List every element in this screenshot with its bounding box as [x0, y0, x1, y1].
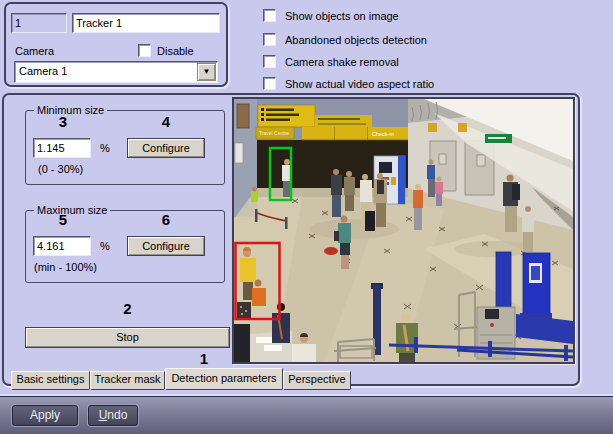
stop-button[interactable]: Stop — [25, 327, 230, 348]
detection-parameters-panel: Minimum size 3 % 4 Configure (0 - 30%) M… — [2, 93, 580, 386]
tab-tracker-mask[interactable]: Tracker mask — [90, 371, 165, 390]
abandoned-objects-label[interactable]: Abandoned objects detection — [285, 34, 427, 47]
maximum-size-group: Maximum size 5 % 6 Configure (min - 100%… — [25, 210, 225, 283]
camera-shake-checkbox[interactable] — [263, 55, 276, 68]
apply-button[interactable]: Apply — [12, 405, 78, 426]
abandoned-objects-checkbox[interactable] — [263, 33, 276, 46]
video-scene: Travel Centre Check-in — [234, 99, 573, 362]
minimum-size-group: Minimum size 3 % 4 Configure (0 - 30%) — [25, 110, 225, 185]
minimum-range-hint: (0 - 30%) — [38, 163, 83, 175]
disable-checkbox-label[interactable]: Disable — [157, 45, 194, 58]
camera-label: Camera — [15, 45, 54, 57]
undo-button[interactable]: Undo — [88, 405, 138, 426]
green-exit-sign — [485, 134, 512, 143]
maximum-size-unit: % — [100, 240, 110, 252]
minimum-size-input[interactable] — [33, 138, 91, 158]
camera-select-value: Camera 1 — [19, 65, 67, 77]
maximum-configure-button[interactable]: Configure — [127, 236, 205, 256]
camera-shake-label[interactable]: Camera shake removal — [285, 56, 399, 69]
svg-text:Travel Centre: Travel Centre — [259, 130, 289, 136]
maximum-range-hint: (min - 100%) — [34, 261, 97, 273]
tracker-settings-window: 1 Camera Disable Camera 1 ▼ Show objects… — [0, 0, 613, 434]
minimum-size-unit: % — [100, 142, 110, 154]
combo-dropdown-arrow-icon[interactable]: ▼ — [197, 63, 216, 81]
disable-checkbox[interactable] — [138, 44, 151, 57]
callout-3: 3 — [32, 114, 94, 130]
tab-perspective[interactable]: Perspective — [283, 371, 351, 390]
aspect-ratio-checkbox[interactable] — [263, 77, 276, 90]
show-objects-checkbox[interactable] — [263, 9, 276, 22]
aspect-ratio-label[interactable]: Show actual video aspect ratio — [285, 78, 434, 91]
camera-select[interactable]: Camera 1 ▼ — [14, 61, 218, 83]
minimum-configure-button[interactable]: Configure — [127, 138, 205, 158]
callout-6: 6 — [127, 212, 205, 228]
footer-bar: Apply Undo — [0, 396, 613, 434]
maximum-size-input[interactable] — [33, 236, 91, 256]
tab-detection-parameters[interactable]: Detection parameters — [165, 368, 283, 390]
tracker-name-input[interactable] — [72, 13, 220, 33]
show-objects-label[interactable]: Show objects on image — [285, 10, 399, 23]
video-preview: Travel Centre Check-in — [232, 97, 575, 364]
tab-basic-settings[interactable]: Basic settings — [11, 371, 90, 390]
svg-text:Check-in: Check-in — [372, 131, 394, 137]
callout-1: 1 — [174, 351, 234, 367]
callout-5: 5 — [32, 212, 94, 228]
callout-4: 4 — [127, 114, 205, 130]
callout-2: 2 — [25, 301, 230, 317]
tracker-id-field[interactable]: 1 — [11, 13, 67, 33]
tracker-header-panel: 1 Camera Disable Camera 1 ▼ — [4, 2, 228, 87]
